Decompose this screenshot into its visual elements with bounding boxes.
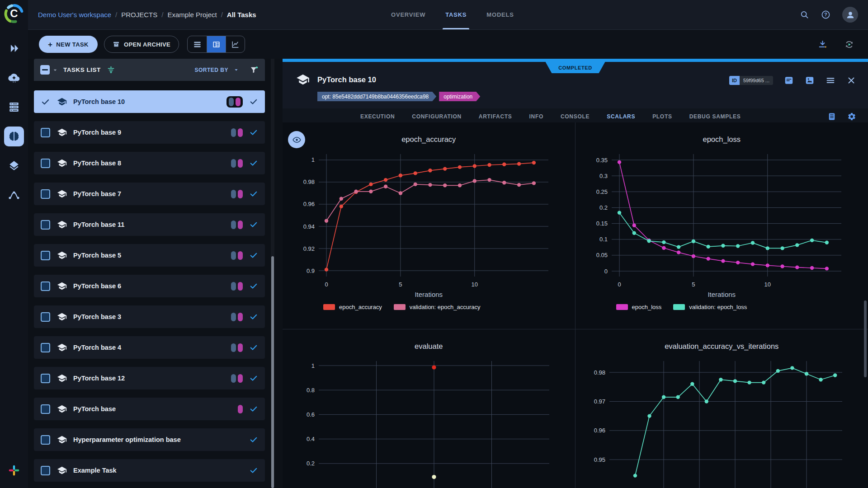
split-view-button[interactable] [207,36,226,52]
svg-text:0.97: 0.97 [594,398,605,405]
status-color-strip [283,59,868,62]
task-row[interactable]: PyTorch base 6 [34,275,265,297]
legend-item[interactable]: validation: epoch_loss [673,304,747,310]
select-all-checkbox[interactable] [40,65,50,75]
task-row[interactable]: PyTorch base 9 [34,121,265,144]
chart-plot[interactable]: 0.90.920.940.960.9810510 [283,148,575,289]
chart-epoch_loss[interactable]: epoch_loss00.050.10.150.20.250.30.350510… [576,122,868,329]
task-row[interactable]: PyTorch base 8 [34,152,265,174]
auto-refresh-icon[interactable] [844,39,854,50]
tag-pill-slate [231,128,236,137]
chart-view-button[interactable] [226,36,245,52]
sidebar-item-autoscalers[interactable] [4,68,24,88]
task-row[interactable]: PyTorch base 7 [34,183,265,205]
svg-text:0.15: 0.15 [596,220,607,227]
svg-text:0.4: 0.4 [307,436,315,442]
legend-item[interactable]: epoch_loss [616,304,662,310]
download-icon[interactable] [817,39,828,50]
gear-icon[interactable] [847,112,856,121]
task-tag[interactable]: optimization [439,92,480,101]
task-checkbox[interactable] [41,159,50,168]
image-icon[interactable] [805,75,815,85]
chart-plot[interactable]: 0.950.960.970.98 [576,355,868,488]
table-view-button[interactable] [188,36,207,52]
task-checkbox[interactable] [41,374,50,383]
task-tag[interactable]: opt: 85e5482ddd7149b8ba0446356eedca98 [317,92,436,101]
task-row[interactable]: Example Task [34,459,265,482]
task-checkbox[interactable] [41,312,50,322]
task-checkbox[interactable] [41,343,50,352]
sidebar-item-projects[interactable] [4,127,24,146]
task-checkbox[interactable] [41,189,50,199]
metrics-table-icon[interactable] [827,112,836,121]
task-checkbox[interactable] [41,466,50,475]
close-icon[interactable] [846,75,856,85]
task-row[interactable]: Hyperparameter optimization base [34,428,265,451]
svg-text:0.8: 0.8 [307,387,315,394]
task-checkbox[interactable] [41,404,50,414]
sorted-by-dropdown[interactable]: SORTED BY [194,67,228,73]
task-checkbox[interactable] [41,128,50,137]
svg-text:5: 5 [399,281,402,288]
chart-plot[interactable]: 0.20.40.60.81 [283,355,575,488]
header-tab-models[interactable]: MODELS [486,0,514,29]
comment-icon[interactable] [784,75,794,85]
task-checkbox[interactable] [41,220,50,230]
breadcrumb-item[interactable]: PROJECTS [121,11,157,19]
svg-text:0.92: 0.92 [303,245,315,252]
task-checkbox[interactable] [41,435,50,445]
sidebar-item-workers-queues[interactable] [4,97,24,117]
task-row[interactable]: PyTorch base 5 [34,244,265,267]
menu-icon[interactable] [826,75,835,85]
task-id-badge[interactable]: ID 59f99d65 ... [729,76,773,85]
header-tab-overview[interactable]: OVERVIEW [391,0,425,29]
svg-text:0.6: 0.6 [307,411,315,418]
chart-xlabel: Iterations [283,291,575,298]
new-task-button[interactable]: + NEW TASK [39,36,98,53]
id-value: 59f99d65 ... [740,76,773,85]
chart-evaluation_accuracy_vs_iterations[interactable]: evaluation_accuracy_vs_iterations0.950.9… [576,329,868,488]
chart-evaluate[interactable]: evaluate0.20.40.60.81 [283,329,576,488]
chart-epoch_accuracy[interactable]: epoch_accuracy0.90.920.940.960.9810510It… [283,122,576,329]
chart-plot[interactable]: 00.050.10.150.20.250.30.350510 [576,148,868,289]
tag-pill-magenta [238,282,243,291]
task-checkbox[interactable] [41,251,50,260]
task-row[interactable]: PyTorch base 11 [34,213,265,236]
search-icon[interactable] [800,10,809,19]
tasks-list-scrollbar[interactable] [271,59,274,488]
sort-settings-icon[interactable] [106,65,116,75]
svg-text:0.2: 0.2 [307,460,315,467]
breadcrumb-item[interactable]: All Tasks [227,11,256,19]
detail-panel-scrollbar[interactable] [864,300,867,377]
task-name: PyTorch base 10 [73,98,125,105]
scrollbar-thumb[interactable] [271,256,274,488]
slack-icon [8,465,20,476]
open-archive-button[interactable]: OPEN ARCHIVE [104,36,179,53]
user-avatar[interactable] [842,7,858,23]
task-checkbox[interactable] [41,282,50,291]
task-row[interactable]: PyTorch base 10 [34,90,265,113]
breadcrumb-item[interactable]: Demo User's workspace [38,11,111,19]
task-row[interactable]: PyTorch base 3 [34,305,265,328]
sidebar-item-getting-started[interactable] [4,38,24,58]
chevron-down-icon[interactable] [233,66,240,73]
chevron-down-icon[interactable] [52,66,59,74]
hide-show-metrics-button[interactable] [288,131,305,148]
help-icon[interactable]: ? [821,10,830,19]
legend-item[interactable]: epoch_accuracy [323,304,382,310]
filter-funnel-icon[interactable] [250,66,259,75]
breadcrumb-item[interactable]: Example Project [167,11,217,19]
archive-icon [113,41,120,48]
legend-item[interactable]: validation: epoch_accuracy [394,304,481,310]
task-row[interactable]: PyTorch base [34,398,265,420]
tag-pill-group [231,251,243,260]
header-tab-tasks[interactable]: TASKS [445,0,467,29]
slack-link[interactable] [8,465,20,478]
sidebar-item-pipelines[interactable] [4,185,24,205]
sidebar-item-datasets[interactable] [4,156,24,176]
pipeline-icon [8,189,20,201]
completed-check-icon [249,251,258,260]
task-row[interactable]: PyTorch base 12 [34,367,265,389]
clearml-logo[interactable]: C [4,3,24,24]
task-row[interactable]: PyTorch base 4 [34,336,265,359]
